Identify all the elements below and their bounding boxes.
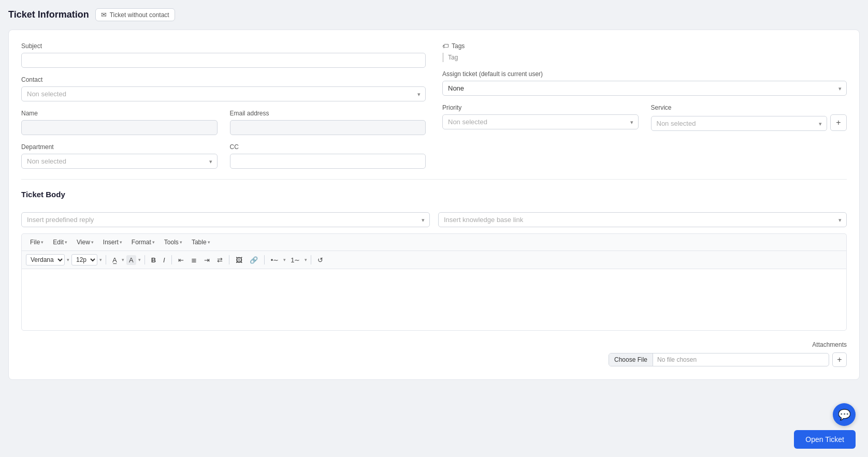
assign-field-group: Assign ticket (default is current user) … [442,70,847,96]
menu-file[interactable]: File ▾ [26,237,48,247]
assign-label: Assign ticket (default is current user) [442,70,847,78]
toolbar-separator-2 [144,255,145,264]
email-field-group: Email address [230,110,426,135]
numbered-list-button[interactable]: 1∼ [288,255,302,265]
font-size-select[interactable]: 12pt [71,254,97,266]
service-label: Service [651,104,847,111]
editor-body[interactable] [21,269,847,331]
choose-file-button[interactable]: Choose File [609,353,653,366]
priority-label: Priority [442,104,639,111]
font-color-button[interactable]: A̲ [110,255,120,265]
badge-label: Ticket without contact [110,11,169,19]
italic-button[interactable]: I [161,255,168,265]
open-ticket-button[interactable]: Open Ticket [794,430,856,449]
font-family-chevron-icon: ▾ [67,257,69,262]
priority-service-row: Priority Non selected ▾ Service [442,104,847,131]
toolbar-separator-5 [264,255,265,264]
cc-label: CC [230,143,426,151]
add-service-button[interactable]: + [830,114,847,131]
top-section: Subject Contact Non selected ▾ [21,42,847,169]
subject-field-group: Subject [21,42,426,68]
page-title: Ticket Information [8,9,89,20]
department-label: Department [21,143,218,151]
email-input[interactable] [230,120,426,135]
department-select-wrapper: Non selected ▾ [21,154,218,169]
priority-select[interactable]: Non selected [442,114,639,129]
font-size-chevron-icon: ▾ [99,257,102,262]
contact-label: Contact [21,76,426,83]
predefined-reply-wrapper: Insert predefined reply ▾ [21,212,430,227]
contact-select-wrapper: Non selected ▾ [21,86,426,101]
menu-insert[interactable]: Insert ▾ [99,237,126,247]
attachments-label: Attachments [812,341,847,348]
editor-container: File ▾ Edit ▾ View ▾ Insert ▾ [21,233,847,331]
insert-link-button[interactable]: 🔗 [247,255,261,265]
toolbar-separator-1 [106,255,106,264]
ticket-badge[interactable]: ✉ Ticket without contact [95,8,175,21]
cc-field-group: CC [230,143,426,169]
file-chevron-icon: ▾ [41,240,44,245]
service-field-group: Service Non selected ▾ + [651,104,847,131]
editor-format-bar: Verdana ▾ 12pt ▾ A̲ ▾ A ▾ B I ⇤ [21,250,847,269]
view-chevron-icon: ▾ [91,240,94,245]
undo-button[interactable]: ↺ [315,255,326,265]
department-cc-row: Department Non selected ▾ CC [21,143,426,169]
knowledge-base-wrapper: Insert knowledge base link ▾ [438,212,847,227]
toolbar-separator-4 [229,255,229,264]
contact-select[interactable]: Non selected [21,86,426,101]
tools-chevron-icon: ▾ [180,240,182,245]
insert-image-button[interactable]: 🖼 [233,255,245,265]
bold-button[interactable]: B [149,255,158,265]
menu-format[interactable]: Format ▾ [127,237,159,247]
name-email-row: Name Email address [21,110,426,135]
service-input-row: Non selected ▾ + [651,114,847,131]
no-file-text: No file chosen [653,353,829,366]
add-attachment-button[interactable]: + [832,352,847,367]
align-left-button[interactable]: ⇤ [176,255,186,265]
table-chevron-icon: ▾ [208,240,210,245]
menu-tools[interactable]: Tools ▾ [160,237,186,247]
toolbar-separator-6 [311,255,311,264]
service-select-wrapper: Non selected ▾ [651,116,828,131]
body-controls: Insert predefined reply ▾ Insert knowled… [21,212,847,227]
font-family-select[interactable]: Verdana [26,254,65,266]
file-input-wrapper: Choose File No file chosen [609,353,829,366]
tag-item[interactable]: Tag [442,53,847,62]
cc-input[interactable] [230,154,426,169]
bottom-bar: Open Ticket [782,422,868,457]
menu-edit[interactable]: Edit ▾ [49,237,71,247]
editor-menu-bar: File ▾ Edit ▾ View ▾ Insert ▾ [21,233,847,250]
file-input-row: Choose File No file chosen + [609,352,847,367]
predefined-reply-select[interactable]: Insert predefined reply [21,212,430,227]
font-color-chevron-icon: ▾ [122,257,124,262]
ticket-body-title: Ticket Body [21,190,847,199]
name-field-group: Name [21,110,218,135]
service-select[interactable]: Non selected [651,116,828,131]
bg-color-chevron-icon: ▾ [138,257,141,262]
priority-field-group: Priority Non selected ▾ [442,104,639,131]
align-right-button[interactable]: ⇥ [201,255,212,265]
tags-section: 🏷 Tags Tag [442,42,847,62]
align-center-button[interactable]: ≣ [189,255,199,265]
toolbar-separator-3 [171,255,172,264]
main-card: Subject Contact Non selected ▾ [8,30,860,380]
name-label: Name [21,110,218,117]
knowledge-base-select[interactable]: Insert knowledge base link [438,212,847,227]
assign-select[interactable]: None [442,81,847,96]
department-select[interactable]: Non selected [21,154,218,169]
tags-header: 🏷 Tags [442,42,847,50]
email-label: Email address [230,110,426,117]
attachments-section: Attachments Choose File No file chosen + [21,341,847,367]
menu-table[interactable]: Table ▾ [187,237,214,247]
insert-chevron-icon: ▾ [120,240,122,245]
menu-view[interactable]: View ▾ [73,237,98,247]
subject-input[interactable] [21,53,426,68]
bullet-list-button[interactable]: •∼ [268,255,282,265]
envelope-icon: ✉ [101,11,107,19]
tags-label: Tags [452,42,465,50]
chat-fab-icon: 💬 [838,408,851,421]
name-input[interactable] [21,120,218,135]
align-justify-button[interactable]: ⇄ [214,255,225,265]
bg-color-button[interactable]: A [126,255,136,265]
page-header: Ticket Information ✉ Ticket without cont… [8,8,860,21]
